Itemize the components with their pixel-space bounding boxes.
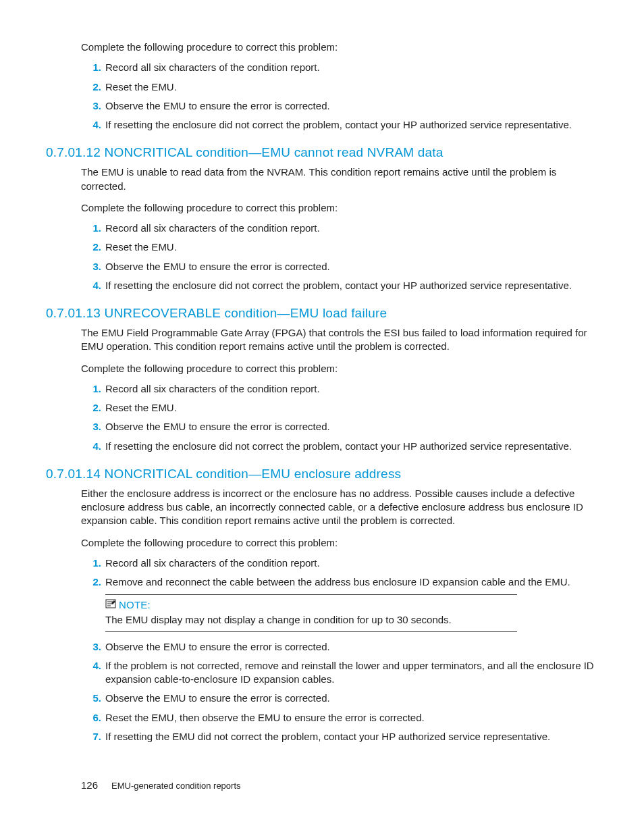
- section-2-heading: 0.7.01.13 UNRECOVERABLE condition—EMU lo…: [46, 306, 598, 321]
- section-3-heading: 0.7.01.14 NONCRITICAL condition—EMU encl…: [46, 467, 598, 481]
- section-2: 0.7.01.13 UNRECOVERABLE condition—EMU lo…: [81, 306, 598, 453]
- step-number: 2.: [81, 401, 101, 415]
- step-text: If resetting the EMU did not correct the…: [105, 730, 598, 744]
- footer-title: EMU-generated condition reports: [111, 781, 241, 791]
- note-rule-bottom: [105, 631, 517, 632]
- step-number: 4.: [81, 118, 101, 132]
- list-item: 1.Record all six characters of the condi…: [81, 556, 598, 570]
- step-text: Observe the EMU to ensure the error is c…: [105, 640, 598, 654]
- step-number: 4.: [81, 440, 101, 453]
- step-number: 1.: [81, 556, 101, 570]
- list-item: 3.Observe the EMU to ensure the error is…: [81, 99, 598, 113]
- step-number: 5.: [81, 692, 101, 705]
- note-label-row: NOTE:: [105, 599, 598, 610]
- section-0-content: Complete the following procedure to corr…: [81, 41, 598, 132]
- note-block: NOTE: The EMU display may not display a …: [105, 594, 598, 631]
- list-item: 7.If resetting the EMU did not correct t…: [81, 730, 598, 744]
- step-text: Reset the EMU.: [105, 240, 598, 254]
- note-label: NOTE:: [119, 599, 151, 610]
- step-text: Observe the EMU to ensure the error is c…: [105, 692, 598, 705]
- section-0-procedure-line: Complete the following procedure to corr…: [81, 41, 598, 54]
- list-item: 2.Reset the EMU.: [81, 240, 598, 254]
- list-item: 4.If the problem is not corrected, remov…: [81, 659, 598, 687]
- note-icon: [105, 599, 116, 610]
- step-text: Record all six characters of the conditi…: [105, 382, 598, 396]
- step-number: 3.: [81, 420, 101, 434]
- step-number: 2.: [81, 80, 101, 94]
- list-item: 3.Observe the EMU to ensure the error is…: [81, 420, 598, 434]
- note-text: The EMU display may not display a change…: [105, 613, 517, 627]
- step-text: Record all six characters of the conditi…: [105, 61, 598, 74]
- page-footer: 126 EMU-generated condition reports: [81, 779, 241, 791]
- step-text: Observe the EMU to ensure the error is c…: [105, 99, 598, 113]
- step-number: 2.: [81, 240, 101, 254]
- section-1-steps: 1.Record all six characters of the condi…: [81, 221, 598, 292]
- step-number: 1.: [81, 382, 101, 396]
- step-text: Observe the EMU to ensure the error is c…: [105, 260, 598, 273]
- step-number: 1.: [81, 61, 101, 74]
- step-text: If resetting the enclosure did not corre…: [105, 279, 598, 292]
- step-text: Record all six characters of the conditi…: [105, 556, 598, 570]
- section-3-steps-a: 1.Record all six characters of the condi…: [81, 556, 598, 590]
- list-item: 4.If resetting the enclosure did not cor…: [81, 279, 598, 292]
- step-text: If the problem is not corrected, remove …: [105, 659, 598, 687]
- section-1-procedure-line: Complete the following procedure to corr…: [81, 201, 598, 215]
- section-1: 0.7.01.12 NONCRITICAL condition—EMU cann…: [81, 145, 598, 292]
- section-3-steps-b: 3.Observe the EMU to ensure the error is…: [81, 640, 598, 744]
- list-item: 1.Record all six characters of the condi…: [81, 61, 598, 74]
- step-number: 6.: [81, 711, 101, 725]
- step-number: 3.: [81, 99, 101, 113]
- step-number: 4.: [81, 659, 101, 673]
- section-1-heading: 0.7.01.12 NONCRITICAL condition—EMU cann…: [46, 145, 598, 160]
- list-item: 4.If resetting the enclosure did not cor…: [81, 440, 598, 453]
- section-3-intro: Either the enclosure address is incorrec…: [81, 487, 598, 528]
- step-text: Record all six characters of the conditi…: [105, 221, 598, 235]
- step-number: 3.: [81, 640, 101, 654]
- step-number: 2.: [81, 575, 101, 589]
- list-item: 3.Observe the EMU to ensure the error is…: [81, 640, 598, 654]
- section-2-steps: 1.Record all six characters of the condi…: [81, 382, 598, 453]
- list-item: 2.Reset the EMU.: [81, 80, 598, 94]
- step-text: If resetting the enclosure did not corre…: [105, 118, 598, 132]
- section-3-procedure-line: Complete the following procedure to corr…: [81, 536, 598, 550]
- list-item: 2.Reset the EMU.: [81, 401, 598, 415]
- list-item: 5.Observe the EMU to ensure the error is…: [81, 692, 598, 705]
- section-1-intro: The EMU is unable to read data from the …: [81, 165, 598, 193]
- list-item: 4.If resetting the enclosure did not cor…: [81, 118, 598, 132]
- step-text: Reset the EMU, then observe the EMU to e…: [105, 711, 598, 725]
- step-number: 3.: [81, 260, 101, 273]
- list-item: 1.Record all six characters of the condi…: [81, 382, 598, 396]
- section-3: 0.7.01.14 NONCRITICAL condition—EMU encl…: [81, 467, 598, 744]
- step-text: Observe the EMU to ensure the error is c…: [105, 420, 598, 434]
- list-item: 6.Reset the EMU, then observe the EMU to…: [81, 711, 598, 725]
- page: Complete the following procedure to corr…: [0, 0, 644, 834]
- section-2-procedure-line: Complete the following procedure to corr…: [81, 362, 598, 375]
- section-0-steps: 1.Record all six characters of the condi…: [81, 61, 598, 132]
- step-number: 4.: [81, 279, 101, 292]
- step-text: Remove and reconnect the cable between t…: [105, 575, 598, 589]
- list-item: 3.Observe the EMU to ensure the error is…: [81, 260, 598, 273]
- note-rule-top: [105, 594, 517, 595]
- section-2-intro: The EMU Field Programmable Gate Array (F…: [81, 326, 598, 354]
- step-number: 1.: [81, 221, 101, 235]
- step-text: Reset the EMU.: [105, 401, 598, 415]
- step-text: Reset the EMU.: [105, 80, 598, 94]
- page-number: 126: [81, 779, 98, 791]
- list-item: 1.Record all six characters of the condi…: [81, 221, 598, 235]
- step-number: 7.: [81, 730, 101, 744]
- list-item: 2.Remove and reconnect the cable between…: [81, 575, 598, 589]
- step-text: If resetting the enclosure did not corre…: [105, 440, 598, 453]
